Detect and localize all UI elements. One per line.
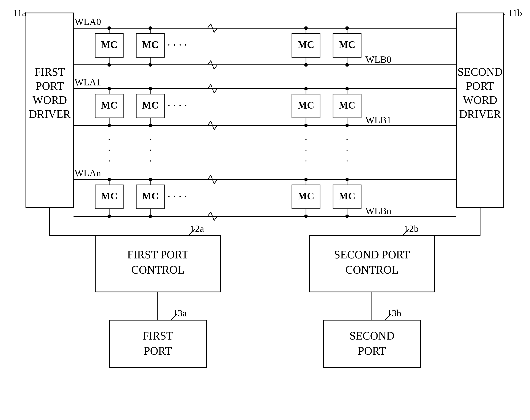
svg-line-32: [214, 180, 217, 184]
first-port-control-label2: CONTROL: [131, 264, 184, 276]
second-port-label2: PORT: [358, 345, 386, 357]
label-11a: 11a: [13, 8, 26, 18]
row1-dots: · · · ·: [168, 99, 187, 112]
mc-row0-col3-label: MC: [298, 39, 314, 50]
first-port-label1: FIRST: [143, 330, 173, 342]
svg-line-30: [207, 175, 211, 180]
wlbn-label: WLBn: [366, 206, 391, 216]
svg-line-18: [214, 89, 217, 93]
vertical-dots-col1-1: ·: [108, 134, 110, 145]
label-13b: 13b: [387, 308, 401, 319]
label-13a: 13a: [173, 308, 187, 319]
svg-line-21: [214, 125, 217, 130]
first-port-word-driver-label4: DRIVER: [29, 108, 71, 120]
diagram-container: FIRST PORT WORD DRIVER 11a SECOND PORT W…: [0, 0, 530, 420]
first-port-word-driver-label3: WORD: [33, 94, 67, 106]
label-11b: 11b: [508, 8, 522, 18]
mc-row0-col4-label: MC: [339, 39, 355, 50]
first-port-control-label1: FIRST PORT: [127, 249, 188, 261]
svg-line-19: [207, 121, 211, 125]
row0-dots: · · · ·: [168, 39, 187, 51]
second-port-box: [323, 320, 421, 368]
wlb0-label: WLB0: [366, 54, 391, 65]
first-port-word-driver-label2: PORT: [36, 80, 64, 92]
first-port-label2: PORT: [144, 345, 172, 357]
svg-line-4: [214, 28, 217, 32]
vertical-dots-col4-3: ·: [346, 155, 348, 166]
mc-row1-col3-label: MC: [298, 100, 314, 111]
vertical-dots-col2-3: ·: [149, 155, 152, 166]
mc-rown-col2-label: MC: [142, 191, 159, 202]
wlan-label: WLAn: [74, 168, 101, 179]
wla1-label: WLA1: [74, 77, 101, 88]
mc-row1-col1-label: MC: [101, 100, 118, 111]
vertical-dots-col4-2: ·: [346, 145, 348, 156]
vertical-dots-col3-1: ·: [305, 134, 307, 145]
second-port-word-driver-label: SECOND: [457, 66, 502, 78]
vertical-dots-col2-2: ·: [149, 145, 152, 156]
mc-rown-col4-label: MC: [339, 191, 355, 202]
mc-rown-col1-label: MC: [101, 191, 118, 202]
second-port-control-label1: SECOND PORT: [334, 249, 410, 261]
svg-line-16: [207, 84, 211, 89]
label-12b: 12b: [404, 224, 419, 234]
second-port-control-label2: CONTROL: [345, 264, 398, 276]
mc-row0-col2-label: MC: [142, 39, 159, 50]
label-12a: 12a: [190, 224, 204, 234]
svg-line-35: [214, 216, 217, 221]
svg-line-33: [207, 212, 211, 216]
vertical-dots-col1-2: ·: [108, 145, 110, 156]
svg-line-7: [214, 65, 217, 69]
mc-row1-col2-label: MC: [142, 100, 159, 111]
svg-line-5: [207, 60, 211, 65]
second-port-word-driver-label4: DRIVER: [459, 108, 501, 120]
first-port-box: [109, 320, 206, 368]
vertical-dots-col1-3: ·: [108, 155, 110, 166]
wla0-label: WLA0: [74, 16, 101, 27]
rown-dots: · · · ·: [168, 190, 187, 202]
second-port-word-driver-label3: WORD: [463, 94, 497, 106]
mc-row1-col4-label: MC: [339, 100, 355, 111]
svg-line-2: [207, 24, 211, 28]
mc-row0-col1-label: MC: [101, 39, 118, 50]
vertical-dots-col3-3: ·: [305, 155, 307, 166]
vertical-dots-col2-1: ·: [149, 134, 152, 145]
wlb1-label: WLB1: [366, 115, 391, 125]
vertical-dots-col3-2: ·: [305, 145, 307, 156]
mc-rown-col3-label: MC: [298, 191, 314, 202]
vertical-dots-col4-1: ·: [346, 134, 348, 145]
second-port-word-driver-label2: PORT: [466, 80, 494, 92]
first-port-word-driver-label: FIRST: [34, 66, 65, 78]
second-port-label1: SECOND: [349, 330, 394, 342]
